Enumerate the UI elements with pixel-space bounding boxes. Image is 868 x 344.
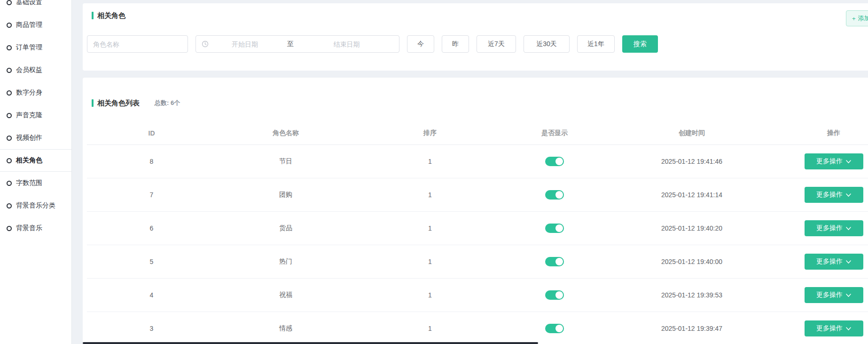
sidebar-item-label: 订单管理 [16, 43, 42, 52]
sidebar-item-label: 相关角色 [16, 156, 42, 165]
quick-filter-7days-button[interactable]: 近7天 [477, 35, 516, 53]
sidebar-item-voice-clone[interactable]: 声音克隆 [0, 104, 71, 127]
circle-icon [7, 0, 12, 5]
sidebar-item-video-creation[interactable]: 视频创作 [0, 127, 71, 149]
chevron-down-icon [846, 294, 851, 297]
start-date-input[interactable] [209, 40, 281, 48]
title-bar-marker [92, 99, 94, 107]
column-header-actions: 操作 [779, 129, 868, 137]
sidebar: 基础设置 商品管理 订单管理 会员权益 数字分身 声音克隆 视频创作 相关角色 [0, 0, 72, 344]
toggle-knob [555, 258, 563, 265]
sidebar-item-label: 视频创作 [16, 134, 42, 142]
column-header-sort: 排序 [355, 129, 505, 137]
end-date-input[interactable] [300, 40, 393, 48]
cell-created-time: 2025-01-12 19:41:14 [604, 191, 779, 199]
sidebar-item-order-management[interactable]: 订单管理 [0, 36, 71, 59]
chevron-down-icon [846, 160, 851, 163]
cell-id: 4 [87, 291, 216, 299]
toggle-knob [555, 224, 563, 232]
roles-table: ID 角色名称 排序 是否显示 创建时间 操作 8 节日 1 2025-01-1… [87, 121, 868, 344]
add-button[interactable]: + 添加 [846, 10, 868, 26]
chevron-down-icon [846, 227, 851, 230]
sidebar-item-bgm-category[interactable]: 背景音乐分类 [0, 194, 71, 217]
circle-icon [7, 181, 12, 186]
sidebar-item-word-count-range[interactable]: 字数范围 [0, 172, 71, 194]
column-header-role-name: 角色名称 [216, 129, 355, 137]
circle-icon [7, 68, 12, 73]
title-bar-marker [92, 12, 94, 19]
circle-icon [7, 136, 12, 141]
sidebar-item-basic-settings[interactable]: 基础设置 [0, 0, 71, 14]
search-button[interactable]: 搜索 [622, 35, 658, 53]
table-row: 8 节日 1 2025-01-12 19:41:46 更多操作 [87, 145, 868, 178]
sidebar-item-bgm[interactable]: 背景音乐 [0, 217, 71, 240]
sidebar-item-related-roles[interactable]: 相关角色 [0, 149, 71, 172]
table-row: 3 情感 1 2025-01-12 19:39:47 更多操作 [87, 312, 868, 344]
cell-created-time: 2025-01-12 19:39:53 [604, 291, 779, 299]
horizontal-scrollbar-thumb[interactable] [83, 342, 538, 344]
cell-role-name: 货品 [216, 224, 355, 232]
chevron-down-icon [846, 327, 851, 330]
table-header-row: ID 角色名称 排序 是否显示 创建时间 操作 [87, 121, 868, 145]
sidebar-item-label: 字数范围 [16, 179, 42, 187]
visibility-toggle[interactable] [545, 290, 564, 300]
visibility-toggle[interactable] [545, 324, 564, 333]
table-row: 5 热门 1 2025-01-12 19:40:00 更多操作 [87, 245, 868, 279]
more-actions-button[interactable]: 更多操作 [805, 153, 863, 169]
quick-filter-yesterday-button[interactable]: 昨 [442, 35, 469, 53]
sidebar-item-label: 会员权益 [16, 66, 42, 74]
column-header-created: 创建时间 [604, 129, 779, 137]
column-header-id: ID [87, 129, 216, 137]
filter-panel: 相关角色 至 今 昨 近7天 近30天 近1年 搜索 [83, 3, 868, 71]
visibility-toggle[interactable] [545, 190, 564, 200]
cell-sort: 1 [355, 224, 505, 232]
sidebar-item-label: 声音克隆 [16, 111, 42, 120]
cell-created-time: 2025-01-12 19:39:47 [604, 325, 779, 332]
circle-icon [7, 113, 12, 118]
role-list-panel: 相关角色列表 总数: 6个 ID 角色名称 排序 是否显示 创建时间 操作 8 … [83, 78, 868, 344]
more-actions-button[interactable]: 更多操作 [805, 254, 863, 270]
cell-sort: 1 [355, 191, 505, 199]
sidebar-item-digital-avatar[interactable]: 数字分身 [0, 81, 71, 104]
date-range-picker[interactable]: 至 [195, 35, 399, 53]
visibility-toggle[interactable] [545, 257, 564, 266]
more-actions-button[interactable]: 更多操作 [805, 320, 863, 336]
total-count: 总数: 6个 [155, 99, 180, 107]
cell-role-name: 团购 [216, 191, 355, 199]
toggle-knob [555, 291, 563, 299]
more-actions-button[interactable]: 更多操作 [805, 220, 863, 236]
date-range-separator: 至 [281, 40, 300, 48]
quick-filter-today-button[interactable]: 今 [407, 35, 434, 53]
cell-sort: 1 [355, 158, 505, 165]
role-name-input[interactable] [87, 35, 188, 53]
cell-id: 6 [87, 224, 216, 232]
filter-controls: 至 今 昨 近7天 近30天 近1年 搜索 [87, 35, 658, 53]
toggle-knob [555, 325, 563, 332]
circle-icon [7, 90, 12, 96]
sidebar-item-label: 数字分身 [16, 88, 42, 97]
filter-panel-title: 相关角色 [92, 12, 125, 19]
list-panel-title: 相关角色列表 总数: 6个 [92, 99, 180, 107]
visibility-toggle[interactable] [545, 224, 564, 233]
cell-created-time: 2025-01-12 19:41:46 [604, 158, 779, 165]
sidebar-item-label: 基础设置 [16, 0, 42, 7]
chevron-down-icon [846, 260, 851, 264]
chevron-down-icon [846, 193, 851, 197]
cell-id: 5 [87, 258, 216, 265]
circle-icon [7, 45, 12, 50]
circle-icon [7, 203, 12, 208]
more-actions-button[interactable]: 更多操作 [805, 187, 863, 203]
quick-filter-1year-button[interactable]: 近1年 [577, 35, 615, 53]
sidebar-item-product-management[interactable]: 商品管理 [0, 14, 71, 36]
cell-role-name: 情感 [216, 324, 355, 333]
cell-role-name: 节日 [216, 157, 355, 166]
cell-sort: 1 [355, 325, 505, 332]
sidebar-item-member-benefits[interactable]: 会员权益 [0, 59, 71, 81]
quick-filter-30days-button[interactable]: 近30天 [524, 35, 570, 53]
more-actions-button[interactable]: 更多操作 [805, 287, 863, 303]
sidebar-item-label: 商品管理 [16, 21, 42, 29]
circle-icon [7, 226, 12, 231]
clock-icon [202, 40, 209, 48]
table-row: 6 货品 1 2025-01-12 19:40:20 更多操作 [87, 212, 868, 245]
visibility-toggle[interactable] [545, 157, 564, 166]
